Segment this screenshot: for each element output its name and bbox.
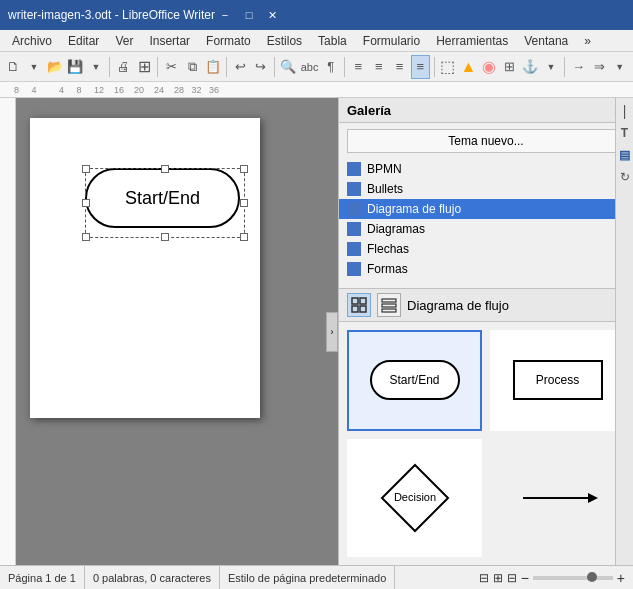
gallery-panel: Galería ✕ Tema nuevo... BPMN Bullets (338, 98, 633, 565)
print-button[interactable]: 🖨 (114, 55, 133, 79)
handle-mr[interactable] (240, 199, 248, 207)
handle-tl[interactable] (82, 165, 90, 173)
close-button[interactable]: ✕ (263, 5, 283, 25)
menu-herramientas[interactable]: Herramientas (428, 32, 516, 50)
shape-container[interactable]: Start/End (85, 168, 245, 238)
menu-estilos[interactable]: Estilos (259, 32, 310, 50)
arrows-button2[interactable]: ⇒ (590, 55, 609, 79)
copy-button[interactable]: ⧉ (183, 55, 202, 79)
zoom-in-btn[interactable]: + (617, 570, 625, 586)
align-center-button[interactable]: ≡ (370, 55, 389, 79)
gallery-item-flowchart[interactable]: Diagrama de flujo (339, 199, 633, 219)
canvas-expand-button[interactable]: › (326, 312, 338, 352)
minimize-button[interactable]: − (215, 5, 235, 25)
align-justify-button[interactable]: ≡ (411, 55, 430, 79)
zoom-slider[interactable] (533, 576, 613, 580)
paste-button[interactable]: 📋 (204, 55, 223, 79)
gallery-item-arrows[interactable]: Flechas (339, 239, 633, 259)
process-shape-preview: Process (513, 360, 603, 400)
align-left-button[interactable]: ≡ (349, 55, 368, 79)
app-title: writer-imagen-3.odt - LibreOffice Writer (8, 8, 215, 22)
status-style[interactable]: Estilo de página predeterminado (220, 566, 395, 589)
save-button[interactable]: 💾 (66, 55, 85, 79)
gallery-shape-startend[interactable]: Start/End (347, 330, 482, 431)
table-button[interactable]: ⊞ (500, 55, 519, 79)
menu-insertar[interactable]: Insertar (141, 32, 198, 50)
side-tools: | T ▤ ↻ (615, 98, 633, 565)
gallery-content-header: Diagrama de flujo (339, 289, 633, 322)
status-right: ⊟ ⊞ ⊟ − + (479, 570, 633, 586)
gallery-list[interactable]: BPMN Bullets Diagrama de flujo Diagramas… (339, 159, 633, 289)
grid-view-button[interactable] (347, 293, 371, 317)
cut-button[interactable]: ✂ (162, 55, 181, 79)
statusbar: Página 1 de 1 0 palabras, 0 caracteres E… (0, 565, 633, 589)
bpmn-icon (347, 162, 361, 176)
shapes-icon (347, 262, 361, 276)
side-tool-1[interactable]: | (616, 102, 634, 120)
menu-tabla[interactable]: Tabla (310, 32, 355, 50)
gallery-item-bullets[interactable]: Bullets (339, 179, 633, 199)
maximize-button[interactable]: □ (239, 5, 259, 25)
print-preview-button[interactable]: ⊞ (135, 55, 154, 79)
handle-bc[interactable] (161, 233, 169, 241)
side-tool-text[interactable]: T (616, 124, 634, 142)
redo-button[interactable]: ↪ (252, 55, 271, 79)
gallery-shape-decision[interactable]: Decision (347, 439, 482, 558)
menu-formato[interactable]: Formato (198, 32, 259, 50)
svg-rect-2 (352, 306, 358, 312)
svg-marker-10 (588, 493, 598, 503)
spellcheck-button[interactable]: abc (300, 55, 320, 79)
gallery-item-diagrams[interactable]: Diagramas (339, 219, 633, 239)
gallery-item-bpmn[interactable]: BPMN (339, 159, 633, 179)
anchor-button[interactable]: ⚓ (521, 55, 540, 79)
gallery-shape-arrow[interactable] (490, 439, 625, 558)
align-right-button[interactable]: ≡ (390, 55, 409, 79)
document-page: Start/End (30, 118, 260, 418)
gallery-header: Galería ✕ (339, 98, 633, 123)
menu-ventana[interactable]: Ventana (516, 32, 576, 50)
format-marks-button[interactable]: ¶ (321, 55, 340, 79)
color-btn2[interactable]: ◉ (480, 55, 499, 79)
menu-ver[interactable]: Ver (107, 32, 141, 50)
menu-formulario[interactable]: Formulario (355, 32, 428, 50)
menubar: Archivo Editar Ver Insertar Formato Esti… (0, 30, 633, 52)
handle-bl[interactable] (82, 233, 90, 241)
handle-ml[interactable] (82, 199, 90, 207)
menu-editar[interactable]: Editar (60, 32, 107, 50)
handle-br[interactable] (240, 233, 248, 241)
svg-text:Decision: Decision (393, 491, 435, 503)
undo-button[interactable]: ↩ (231, 55, 250, 79)
arrows-icon (347, 242, 361, 256)
side-tool-gallery[interactable]: ▤ (616, 146, 634, 164)
menu-overflow[interactable]: » (576, 32, 599, 50)
color-btn[interactable]: ▲ (459, 55, 478, 79)
new-button[interactable]: 🗋 (4, 55, 23, 79)
gallery-shapes-grid: Start/End Process (339, 322, 633, 565)
new-theme-button[interactable]: Tema nuevo... (347, 129, 625, 153)
side-tool-rotate[interactable]: ↻ (616, 168, 634, 186)
main-area: Start/End › Galería ✕ Tema nuevo... (0, 98, 633, 565)
list-view-button[interactable] (377, 293, 401, 317)
open-button[interactable]: 📂 (45, 55, 64, 79)
view-book-btn[interactable]: ⊞ (493, 571, 503, 585)
view-multi-btn[interactable]: ⊟ (507, 571, 517, 585)
status-words: 0 palabras, 0 caracteres (85, 566, 220, 589)
bullets-icon (347, 182, 361, 196)
view-single-btn[interactable]: ⊟ (479, 571, 489, 585)
gallery-shape-process[interactable]: Process (490, 330, 625, 431)
menu-archivo[interactable]: Archivo (4, 32, 60, 50)
tb-dropdown-save[interactable]: ▼ (87, 55, 106, 79)
handle-tr[interactable] (240, 165, 248, 173)
zoom-out-btn[interactable]: − (521, 570, 529, 586)
draw-button[interactable]: ⬚ (438, 55, 457, 79)
tb-dropdown2[interactable]: ▼ (610, 55, 629, 79)
gallery-item-shapes[interactable]: Formas (339, 259, 633, 279)
zoom-slider-thumb[interactable] (587, 572, 597, 582)
tb-dropdown1[interactable]: ▼ (542, 55, 561, 79)
find-button[interactable]: 🔍 (279, 55, 298, 79)
decision-shape-preview: Decision (380, 463, 450, 533)
new-theme-btn[interactable]: Tema nuevo... (347, 129, 625, 153)
handle-tc[interactable] (161, 165, 169, 173)
arrows-button[interactable]: → (569, 55, 588, 79)
tb-dropdown-new[interactable]: ▼ (25, 55, 44, 79)
